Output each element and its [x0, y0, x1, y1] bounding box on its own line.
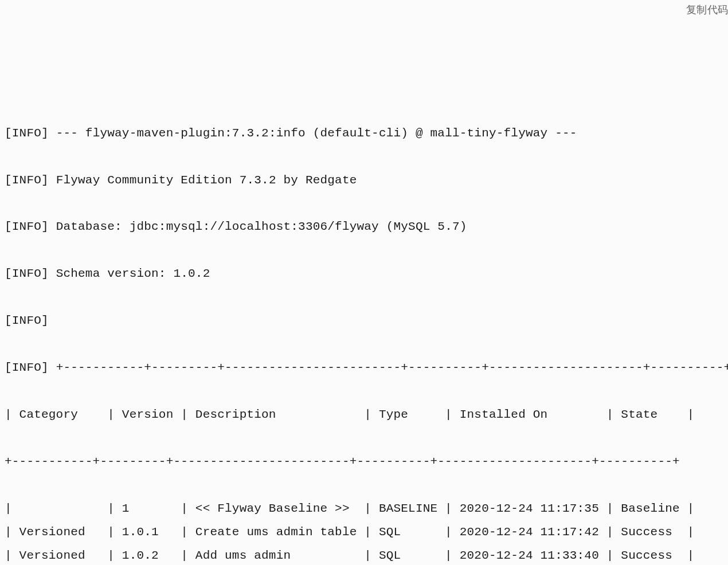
corner-label: 复制代码 — [686, 0, 728, 20]
table-header-row: | Category | Version | Description | Typ… — [5, 403, 723, 427]
table-top-border: [INFO] +-----------+---------+----------… — [5, 356, 723, 380]
log-line-database: [INFO] Database: jdbc:mysql://localhost:… — [5, 215, 723, 239]
log-line-empty: [INFO] — [5, 309, 723, 333]
table-row: | Versioned | 1.0.1 | Create ums admin t… — [5, 521, 723, 544]
log-line-plugin: [INFO] --- flyway-maven-plugin:7.3.2:inf… — [5, 122, 723, 146]
table-data-rows: | | 1 | << Flyway Baseline >> | BASELINE… — [5, 497, 723, 565]
log-line-schema-version: [INFO] Schema version: 1.0.2 — [5, 262, 723, 286]
table-mid-border: +-----------+---------+-----------------… — [5, 450, 723, 474]
log-line-edition: [INFO] Flyway Community Edition 7.3.2 by… — [5, 169, 723, 193]
table-row: | Versioned | 1.0.2 | Add ums admin | SQ… — [5, 544, 723, 565]
table-row: | | 1 | << Flyway Baseline >> | BASELINE… — [5, 497, 723, 521]
